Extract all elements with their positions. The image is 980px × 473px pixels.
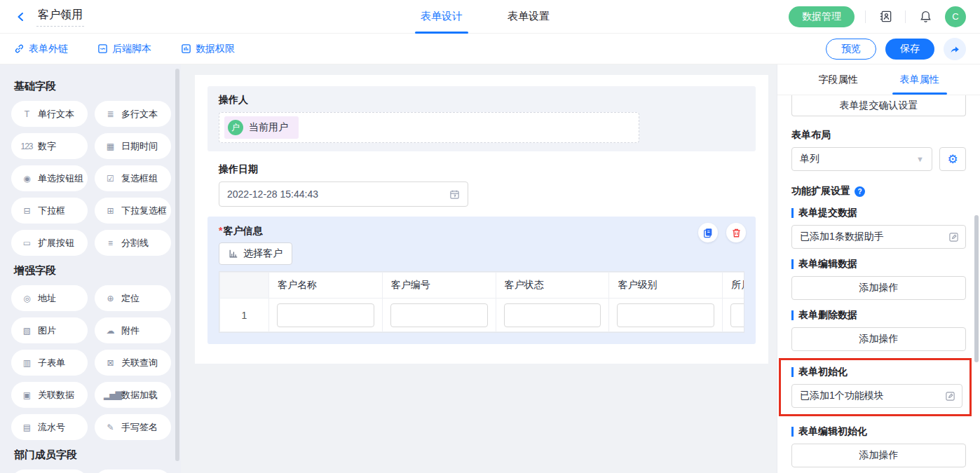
layout-select[interactable]: 单列 ▼: [791, 147, 932, 171]
avatar[interactable]: C: [945, 6, 966, 27]
properties-panel: 字段属性 表单属性 表单提交确认设置 表单布局 单列 ▼ ⚙ 功能扩展设置 ? …: [777, 64, 980, 473]
field-item-label: 地址: [38, 292, 56, 305]
save-button[interactable]: 保存: [885, 39, 934, 60]
tab-form-settings[interactable]: 表单设置: [505, 0, 552, 34]
field-item-select[interactable]: ⊟下拉框: [11, 198, 88, 224]
page-title: 客户领用: [36, 6, 84, 27]
select-customer-label: 选择客户: [243, 247, 283, 260]
table-cell: [269, 299, 383, 332]
field-item-relation-query[interactable]: ⊠关联查询: [95, 350, 171, 376]
layout-settings-button[interactable]: ⚙: [939, 147, 966, 171]
field-item-geolocation[interactable]: ⊕定位: [95, 285, 171, 311]
field-item-handwritten-signature[interactable]: ✎手写签名: [95, 414, 171, 440]
field-item-label: 下拉框: [38, 205, 65, 217]
form-external-link[interactable]: 表单外链: [14, 43, 68, 55]
field-item-address[interactable]: ◎地址: [11, 285, 88, 311]
field-customer-info[interactable]: *客户信息 选择客户 客户名称客户编号客户状态客户级别所属公海 1: [207, 217, 756, 344]
submit-confirm-settings-button[interactable]: 表单提交确认设置: [791, 95, 966, 116]
data-manage-button[interactable]: 数据管理: [789, 6, 855, 27]
field-item-label: 数据加载: [121, 389, 158, 402]
field-operate-date[interactable]: 操作日期 2022-12-28 15:44:43: [207, 156, 756, 217]
copy-field-button[interactable]: [698, 223, 718, 242]
field-item-label: 单行文本: [38, 108, 74, 121]
preview-button[interactable]: 预览: [826, 39, 876, 60]
section-label-text: 表单编辑初始化: [798, 425, 867, 438]
section-bar-icon: [791, 367, 794, 377]
field-item-serial-number[interactable]: ▤流水号: [11, 414, 88, 440]
nav-right: 数据管理 C: [789, 6, 966, 27]
form-edit-init-add-button[interactable]: 添加操作: [791, 444, 966, 467]
form-edit-data-label: 表单编辑数据: [791, 258, 966, 270]
field-item-image[interactable]: ▧图片: [11, 317, 88, 343]
field-item-sub-form[interactable]: ▥子表单: [11, 350, 88, 376]
serial-number-icon: ▤: [20, 423, 33, 432]
field-item-radio-group[interactable]: ◉单选按钮组: [11, 165, 88, 191]
field-item-checkbox-group[interactable]: ☑复选框组: [95, 165, 171, 191]
data-load-icon: ▂▅▇: [104, 390, 116, 400]
field-item-member-multi[interactable]: ☻成员多选: [95, 469, 171, 473]
operate-date-value: 2022-12-28 15:44:43: [227, 188, 318, 200]
help-icon[interactable]: ?: [855, 186, 865, 197]
field-item-multi-select[interactable]: ⊞下拉复选框: [95, 198, 171, 224]
section-bar-icon: [791, 259, 794, 269]
cell-input[interactable]: [504, 303, 601, 327]
customer-table: 客户名称客户编号客户状态客户级别所属公海 1: [219, 272, 744, 332]
cell-input[interactable]: [617, 303, 714, 327]
field-item-attachment[interactable]: ☁附件: [95, 317, 171, 343]
field-item-multi-line-text[interactable]: ≣多行文本: [95, 101, 171, 127]
form-delete-data-add-button[interactable]: 添加操作: [791, 327, 966, 351]
copy-icon: [702, 227, 714, 238]
operate-date-label: 操作日期: [219, 163, 744, 176]
main-tabs: 表单设计 表单设置: [418, 0, 552, 34]
tab-field-properties[interactable]: 字段属性: [815, 64, 862, 95]
operate-date-input[interactable]: 2022-12-28 15:44:43: [219, 181, 468, 207]
form-edit-data-add-button[interactable]: 添加操作: [791, 276, 966, 300]
tab-form-properties[interactable]: 表单属性: [897, 64, 943, 95]
data-permission[interactable]: 数据权限: [181, 43, 235, 55]
sidebar-scrollbar[interactable]: [175, 69, 179, 461]
form-init-status[interactable]: 已添加1个功能模块: [791, 384, 962, 408]
panel-scrollbar[interactable]: [974, 215, 979, 362]
field-item-label: 单选按钮组: [38, 172, 83, 185]
field-item-datetime[interactable]: ▦日期时间: [95, 133, 171, 159]
link-icon: [14, 43, 25, 54]
field-item-divider[interactable]: ≡分割线: [95, 230, 171, 256]
calendar-icon: [449, 189, 460, 200]
field-item-label: 手写签名: [121, 421, 158, 434]
section-label-text: 表单初始化: [798, 366, 848, 378]
table-row: 1: [220, 299, 745, 332]
bell-icon[interactable]: [916, 8, 934, 26]
tab-form-design[interactable]: 表单设计: [418, 0, 465, 34]
data-permission-label: 数据权限: [196, 43, 235, 55]
layout-select-value: 单列: [800, 153, 819, 165]
operator-input[interactable]: 户 当前用户: [219, 112, 639, 143]
edit-button[interactable]: [945, 391, 955, 402]
field-operator[interactable]: 操作人 户 当前用户: [207, 86, 756, 151]
field-item-data-load[interactable]: ▂▅▇数据加载: [95, 382, 171, 408]
delete-field-button[interactable]: [726, 223, 746, 242]
table-cell: [723, 299, 744, 332]
form-external-link-label: 表单外链: [29, 43, 68, 55]
cell-input[interactable]: [277, 303, 374, 327]
toolbar-actions: 预览 保存: [826, 38, 966, 60]
edit-button[interactable]: [948, 232, 959, 242]
field-item-number[interactable]: 123数字: [11, 133, 88, 159]
field-item-label: 图片: [38, 324, 56, 337]
nav-left: 客户领用: [14, 6, 84, 27]
gear-icon: ⚙: [947, 152, 958, 167]
contacts-icon[interactable]: [876, 8, 894, 26]
backend-script[interactable]: 后端脚本: [97, 43, 151, 55]
form-delete-data-label: 表单删除数据: [791, 309, 966, 322]
field-item-single-line-text[interactable]: T单行文本: [11, 101, 88, 127]
cell-input[interactable]: [390, 303, 488, 327]
relation-query-icon: ⊠: [104, 358, 116, 368]
back-icon[interactable]: [14, 10, 28, 24]
share-button[interactable]: [944, 38, 966, 60]
field-item-relation-data[interactable]: ▣关联数据: [11, 382, 88, 408]
cell-input[interactable]: [730, 303, 744, 327]
field-item-extend-button[interactable]: ▭扩展按钮: [11, 230, 88, 256]
form-submit-data-status[interactable]: 已添加1条数据助手: [791, 225, 966, 249]
field-item-member-single[interactable]: ☺成员单选: [11, 469, 88, 473]
select-customer-button[interactable]: 选择客户: [219, 242, 292, 265]
add-action-label: 添加操作: [859, 282, 899, 294]
